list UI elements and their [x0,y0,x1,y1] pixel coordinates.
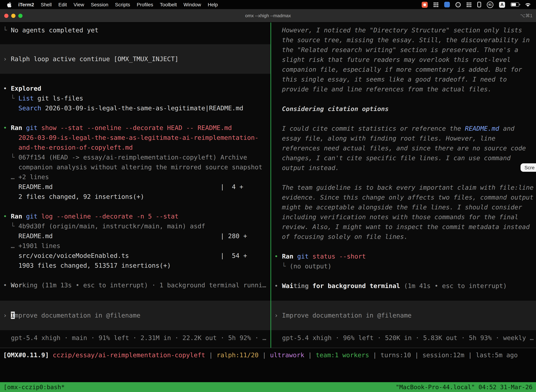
text-segment: (11m 13s • esc to interrupt) · 1 backgro… [38,281,266,289]
text-segment: └ [3,154,19,161]
terminal-line: README.md | 4 + [0,182,270,192]
phone-app-icon[interactable] [477,2,481,7]
text-segment: mprove documentation in @filename [14,312,140,319]
screen-sharing-overlay[interactable]: Scre [521,163,536,172]
menu-item-window[interactable]: Window [184,2,201,7]
omx-status-bar: [OMX#0.11.9] cczip/essay/ai-reimplementa… [0,348,536,362]
battery-icon[interactable] [511,2,519,7]
text-segment: › [3,55,11,62]
right-prompt-input[interactable]: › Improve documentation in @filename [271,301,536,330]
text-segment: turns:10 [381,351,411,359]
text-segment: git [26,213,41,220]
terminal-line: provide file and line references from th… [271,84,536,94]
text-segment: I could cite commit statistics or refere… [274,125,465,132]
right-input-text: › Improve documentation in @filename [271,311,412,320]
left-prompt-input[interactable]: › Improve documentation in @filename [0,301,270,330]
terminal-line: └ 067f154 (HEAD -> essay/ai-reimplementa… [0,152,270,162]
text-segment: changes, I can't cite specific file line… [274,154,511,162]
zoom-button[interactable] [18,14,23,18]
terminal-line: including verification notes with those … [271,212,536,222]
terminal-line: of focusing solely on file lines. [271,232,536,242]
terminal-line: • Ran git show --stat --oneline --decora… [0,123,270,133]
input-source-icon[interactable]: A [499,2,505,8]
menu-items: iTerm2ShellEditViewSessionScriptsProfile… [18,2,218,7]
text-segment: › [3,312,11,319]
terminal-line: › Ralph loop active continue [OMX_TMUX_I… [0,54,178,64]
text-segment: Considering citation options [274,105,389,112]
text-segment: • [3,213,11,220]
right-pane-scrollback: However, I noticed the "Directory Struct… [271,23,536,291]
terminal-line: • Explored [0,84,270,93]
text-segment [3,104,19,112]
text-segment: | [369,351,381,359]
text-segment: Improve documentation in @filename [282,312,412,319]
right-pane[interactable]: However, I noticed the "Directory Struct… [271,23,536,348]
menu-item-profiles[interactable]: Profiles [137,2,153,7]
battery-percent-icon[interactable]: 61 [487,1,493,8]
text-segment: Ralph loop active continue [OMX_TMUX_INJ… [11,55,178,62]
menu-item-scripts[interactable]: Scripts [115,2,130,7]
terminal-line: … +1901 lines [0,241,270,251]
dark-app-icon[interactable] [455,2,461,7]
text-segment: … +1901 lines [3,242,60,249]
text-segment: › [274,312,282,319]
text-segment: Search [19,104,41,112]
terminal-line [271,114,536,124]
text-segment: No agents completed yet [11,26,98,34]
text-segment: 2 files changed, 92 insertions(+) [3,193,144,200]
spacer [271,23,536,25]
text-segment: Ran [282,252,297,260]
text-segment: Ran [11,213,26,220]
menu-item-shell[interactable]: Shell [41,2,52,7]
wifi-icon[interactable] [525,2,531,7]
text-segment: cczip/essay/ai-reimplementation-copyleft [53,351,205,359]
text-segment: ultrawork [270,351,304,359]
text-segment: team:1 workers [316,351,369,359]
menu-item-toolbelt[interactable]: Toolbelt [160,2,177,7]
tmux-session-label: [omx-cczip0:bash* [4,383,65,391]
text-segment: └ [3,222,19,230]
text-segment: this single essay, it seems like a good … [274,75,507,83]
menu-item-iterm2[interactable]: iTerm2 [18,2,34,7]
text-segment: companion analysis without altering the … [3,163,262,171]
bottom-gap [0,362,536,382]
text-segment: • [274,252,282,260]
terminal-line: the "Related research writing" section i… [271,45,536,55]
text-segment: (1m 41s • esc to interrupt) [400,282,507,289]
minimize-button[interactable] [11,14,15,18]
grid-app-icon[interactable] [433,2,439,7]
menu-item-help[interactable]: Help [208,2,218,7]
blue-app-icon[interactable] [444,2,450,7]
menu-item-session[interactable]: Session [91,2,108,7]
terminal-line: review. Also, I might want to inspect th… [271,222,536,232]
screen-recording-icon[interactable] [422,2,428,8]
text-segment: src/voice/voiceModeEnabled.ts | 54 + [3,252,247,259]
text-segment: show --stat --oneline --decorate HEAD --… [41,124,232,131]
terminal-line: evidence. Since this change only affects… [271,192,536,202]
window-shortcut: ⌥⌘1 [520,13,536,18]
text-segment: └ [3,26,11,34]
text-segment: git ls-files [34,94,83,102]
window-titlebar[interactable]: omx --xhigh --madmax ⌥⌘1 [0,9,536,23]
macos-menubar: iTerm2ShellEditViewSessionScriptsProfile… [0,0,536,9]
terminal-line: this single essay, it seems like a good … [271,75,536,84]
terminal-line [271,173,536,183]
battery-fill [511,3,516,6]
terminal-line: companion file, especially if more comme… [271,65,536,75]
left-pane[interactable]: └ No agents completed yet› Ralph loop ac… [0,23,271,348]
menu-item-edit[interactable]: Edit [58,2,67,7]
traffic-lights [0,14,23,18]
text-segment: | [258,351,270,359]
menu-item-view[interactable]: View [73,2,84,7]
text-segment: └ [3,94,19,102]
text-segment: might be acceptable alongside the file l… [274,203,522,211]
close-button[interactable] [4,14,9,18]
text-segment: • [3,124,11,131]
apple-menu[interactable] [7,2,12,7]
text-segment: Ran [11,124,26,131]
dots-grid-icon[interactable] [466,2,472,7]
terminal-line: • Working (11m 13s • esc to interrupt) ·… [0,280,270,290]
text-segment: references need actual files, and since … [274,144,526,152]
left-pane-scrollback: └ No agents completed yet› Ralph loop ac… [0,23,270,290]
text-segment: and [499,125,515,132]
